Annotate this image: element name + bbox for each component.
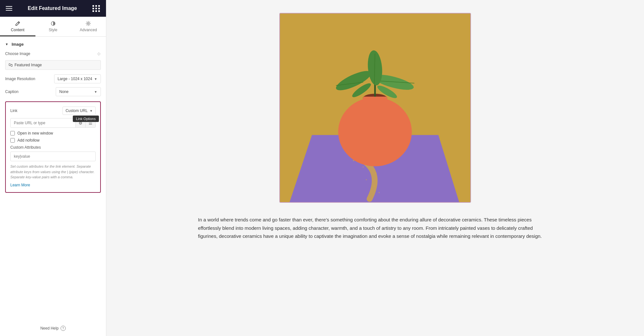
sidebar-content: ▼ Image Choose Image ⊹ Featured Image Im… — [0, 37, 106, 321]
tabs-bar: Content Style Advanced — [0, 17, 106, 37]
chevron-down-icon-caption: ▼ — [94, 90, 97, 94]
choose-image-row: Choose Image ⊹ — [5, 51, 101, 56]
link-select[interactable]: Custom URL ▼ — [62, 107, 96, 115]
need-help-label: Need Help — [40, 326, 59, 331]
caption-select[interactable]: None ▼ — [56, 87, 101, 96]
tab-style-label: Style — [49, 28, 57, 32]
main-content: In a world where trends come and go fast… — [106, 0, 644, 336]
tab-advanced-label: Advanced — [80, 28, 97, 32]
help-circle-icon: ? — [61, 326, 66, 331]
sidebar-header: Edit Featured Image — [0, 0, 106, 17]
sidebar: Edit Featured Image Content — [0, 0, 106, 336]
choose-image-label: Choose Image — [5, 51, 30, 56]
caption-row: Caption None ▼ — [5, 87, 101, 96]
open-new-window-checkbox[interactable] — [10, 131, 15, 135]
plant-image-svg — [280, 13, 470, 203]
add-nofollow-label: Add nofollow — [17, 138, 40, 143]
apps-icon[interactable] — [92, 5, 100, 12]
need-help-button[interactable]: Need Help ? — [0, 321, 106, 336]
link-options-box: Link Custom URL ▼ Link Options ⚙ ☰ Open — [5, 101, 101, 193]
link-input-icon — [9, 63, 13, 67]
caption-label: Caption — [5, 89, 18, 94]
custom-attributes-label: Custom Attributes — [10, 145, 96, 150]
svg-point-16 — [338, 97, 412, 166]
link-select-wrapper: Custom URL ▼ Link Options — [62, 107, 96, 115]
tab-content[interactable]: Content — [0, 17, 35, 36]
image-resolution-row: Image Resolution Large - 1024 x 1024 ▼ — [5, 74, 101, 83]
add-nofollow-checkbox[interactable] — [10, 138, 15, 143]
svg-point-1 — [88, 23, 89, 24]
chevron-down-icon-link: ▼ — [90, 109, 93, 113]
add-nofollow-row: Add nofollow — [10, 138, 96, 143]
link-label: Link — [10, 108, 17, 113]
svg-point-13 — [366, 179, 367, 180]
hamburger-menu-icon[interactable] — [6, 6, 12, 11]
tab-advanced[interactable]: Advanced — [71, 17, 106, 36]
featured-image-input[interactable]: Featured Image — [5, 60, 101, 70]
svg-point-14 — [374, 185, 375, 187]
link-row: Link Custom URL ▼ Link Options — [10, 107, 96, 115]
choose-image-group: Choose Image ⊹ Featured Image — [5, 51, 101, 70]
custom-attr-input[interactable] — [10, 152, 96, 161]
attr-help-text: Set custom attributes for the link eleme… — [10, 164, 96, 180]
image-resolution-select[interactable]: Large - 1024 x 1024 ▼ — [54, 74, 101, 83]
tab-style[interactable]: Style — [35, 17, 71, 36]
sidebar-title: Edit Featured Image — [28, 5, 77, 11]
article-text: In a world where trends come and go fast… — [198, 216, 553, 240]
image-section-title: ▼ Image — [5, 42, 101, 47]
image-resolution-label: Image Resolution — [5, 77, 35, 81]
tab-content-label: Content — [11, 28, 24, 32]
svg-point-12 — [375, 173, 377, 174]
link-options-tooltip: Link Options — [73, 116, 99, 122]
url-input[interactable] — [11, 118, 75, 127]
learn-more-link[interactable]: Learn More — [10, 183, 30, 187]
open-new-window-row: Open in new window — [10, 131, 96, 135]
featured-image-container — [279, 13, 471, 203]
svg-point-11 — [363, 166, 364, 167]
svg-rect-18 — [363, 97, 387, 106]
open-new-window-label: Open in new window — [17, 131, 53, 135]
resize-icon[interactable]: ⊹ — [97, 51, 101, 56]
collapse-arrow-icon: ▼ — [5, 42, 8, 46]
circle-half-icon — [50, 21, 56, 26]
chevron-down-icon: ▼ — [94, 77, 97, 81]
gear-icon — [85, 21, 91, 26]
svg-point-15 — [379, 192, 380, 193]
pencil-icon — [15, 21, 21, 26]
